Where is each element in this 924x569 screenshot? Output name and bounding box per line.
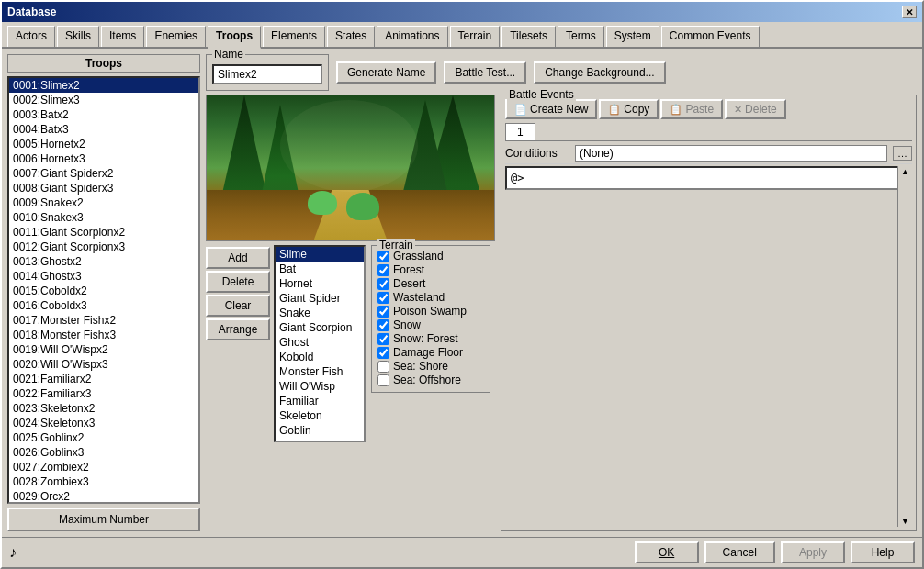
main-window: Database ✕ Actors Skills Items Enemies T… <box>0 0 924 569</box>
change-background-button[interactable]: Change Background... <box>534 61 665 84</box>
enemy-list-item[interactable]: Monster Fish <box>276 364 364 379</box>
be-tab-1[interactable]: 1 <box>505 123 535 140</box>
create-new-icon: 📄 <box>514 104 527 116</box>
terrain-checkbox[interactable] <box>377 319 389 331</box>
terrain-checkbox[interactable] <box>377 361 389 373</box>
paste-button[interactable]: 📋 Paste <box>660 99 723 119</box>
be-delete-button[interactable]: ✕ Delete <box>725 99 786 119</box>
arrange-button[interactable]: Arrange <box>206 318 270 340</box>
troops-list-item[interactable]: 0002:Slimex3 <box>9 93 198 107</box>
troops-list-item[interactable]: 0029:Orcx2 <box>9 489 198 504</box>
scroll-down-icon[interactable]: ▼ <box>901 517 909 526</box>
scroll-up-icon[interactable]: ▲ <box>901 167 909 176</box>
enemy-list-item[interactable]: Will O'Wisp <box>276 379 364 394</box>
enemy-list-item[interactable]: Slime <box>276 247 364 262</box>
max-number-button[interactable]: Maximum Number <box>7 508 200 531</box>
create-new-button[interactable]: 📄 Create New <box>505 99 597 119</box>
terrain-checkbox[interactable] <box>377 374 389 386</box>
generate-name-button[interactable]: Generate Name <box>336 61 436 84</box>
middle-area: Add Delete Clear Arrange SlimeBatHornetG… <box>206 95 917 531</box>
enemy-list-item[interactable]: Zombie <box>276 438 364 442</box>
troops-list-item[interactable]: 0009:Snakex2 <box>9 195 198 210</box>
tab-tilesets[interactable]: Tilesets <box>501 26 556 47</box>
light-glow <box>280 100 418 192</box>
enemy-list-item[interactable]: Giant Spider <box>276 291 364 306</box>
troops-list-item[interactable]: 0001:Slimex2 <box>9 78 198 93</box>
terrain-label: Terrain <box>377 239 415 251</box>
troops-list-item[interactable]: 0007:Giant Spiderx2 <box>9 166 198 181</box>
tab-animations[interactable]: Animations <box>377 26 447 47</box>
copy-button[interactable]: 📋 Copy <box>599 99 659 119</box>
apply-button[interactable]: Apply <box>781 541 845 563</box>
terrain-checkbox[interactable] <box>377 333 389 345</box>
tab-system[interactable]: System <box>606 26 659 47</box>
cancel-label: Cancel <box>723 546 757 559</box>
close-button[interactable]: ✕ <box>902 6 917 18</box>
tab-troops[interactable]: Troops <box>208 26 261 49</box>
terrain-checkbox[interactable] <box>377 264 389 276</box>
cancel-button[interactable]: Cancel <box>704 541 775 563</box>
troops-list-item[interactable]: 0020:Will O'Wispx3 <box>9 357 198 372</box>
enemy-list-item[interactable]: Kobold <box>276 350 364 364</box>
troops-list-item[interactable]: 0004:Batx3 <box>9 122 198 137</box>
troops-list-item[interactable]: 0014:Ghostx3 <box>9 269 198 284</box>
enemy-list-item[interactable]: Familiar <box>276 394 364 408</box>
enemy-list-item[interactable]: Hornet <box>276 276 364 291</box>
tab-enemies[interactable]: Enemies <box>146 26 206 47</box>
troops-list-item[interactable]: 0016:Coboldx3 <box>9 298 198 313</box>
add-button[interactable]: Add <box>206 247 270 269</box>
enemy-list[interactable]: SlimeBatHornetGiant SpiderSnakeGiant Sco… <box>274 245 366 442</box>
name-input[interactable] <box>212 64 322 84</box>
tab-elements[interactable]: Elements <box>263 26 325 47</box>
troops-list[interactable]: 0001:Slimex20002:Slimex30003:Batx20004:B… <box>7 76 200 504</box>
delete-button[interactable]: Delete <box>206 271 270 293</box>
conditions-edit-button[interactable]: … <box>893 146 912 161</box>
troops-list-item[interactable]: 0013:Ghostx2 <box>9 254 198 269</box>
troops-list-item[interactable]: 0010:Snakex3 <box>9 210 198 225</box>
troops-list-item[interactable]: 0022:Familiarx3 <box>9 386 198 401</box>
troops-list-item[interactable]: 0019:Will O'Wispx2 <box>9 342 198 357</box>
troops-list-item[interactable]: 0003:Batx2 <box>9 107 198 122</box>
tab-common-events[interactable]: Common Events <box>661 26 760 47</box>
help-button[interactable]: Help <box>851 541 915 563</box>
tab-actors[interactable]: Actors <box>7 26 55 47</box>
troops-list-item[interactable]: 0008:Giant Spiderx3 <box>9 181 198 195</box>
tab-terms[interactable]: Terms <box>558 26 604 47</box>
troops-list-item[interactable]: 0023:Skeletonx2 <box>9 401 198 416</box>
battle-events-label: Battle Events <box>507 88 576 101</box>
troops-list-item[interactable]: 0024:Skeletonx3 <box>9 416 198 430</box>
troops-list-item[interactable]: 0011:Giant Scorpionx2 <box>9 225 198 240</box>
tab-items[interactable]: Items <box>101 26 144 47</box>
terrain-checkbox[interactable] <box>377 347 389 359</box>
tab-skills[interactable]: Skills <box>57 26 99 47</box>
tab-terrain[interactable]: Terrain <box>450 26 501 47</box>
enemy-list-item[interactable]: Skeleton <box>276 408 364 423</box>
troops-list-item[interactable]: 0026:Goblinx3 <box>9 445 198 460</box>
troops-list-item[interactable]: 0027:Zombiex2 <box>9 460 198 474</box>
copy-label: Copy <box>624 103 649 116</box>
clear-button[interactable]: Clear <box>206 295 270 317</box>
troops-list-item[interactable]: 0017:Monster Fishx2 <box>9 313 198 328</box>
troops-list-item[interactable]: 0012:Giant Scorpionx3 <box>9 240 198 254</box>
terrain-checkbox[interactable] <box>377 306 389 318</box>
troops-list-item[interactable]: 0005:Hornetx2 <box>9 137 198 151</box>
terrain-checkbox[interactable] <box>377 251 389 262</box>
enemy-list-item[interactable]: Bat <box>276 262 364 276</box>
ok-button[interactable]: OK <box>635 541 699 563</box>
enemy-list-item[interactable]: Snake <box>276 306 364 320</box>
troops-list-item[interactable]: 0006:Hornetx3 <box>9 151 198 166</box>
troops-list-item[interactable]: 0015:Coboldx2 <box>9 284 198 298</box>
terrain-checkbox[interactable] <box>377 292 389 304</box>
troops-list-item[interactable]: 0021:Familiarx2 <box>9 372 198 386</box>
scrollbar[interactable]: ▲ ▼ <box>897 166 912 527</box>
script-area[interactable]: @> <box>505 166 912 190</box>
tab-states[interactable]: States <box>327 26 375 47</box>
troops-list-item[interactable]: 0018:Monster Fishx3 <box>9 328 198 342</box>
enemy-list-item[interactable]: Goblin <box>276 423 364 438</box>
troops-list-item[interactable]: 0025:Goblinx2 <box>9 430 198 445</box>
battle-test-button[interactable]: Battle Test... <box>444 61 526 84</box>
enemy-list-item[interactable]: Ghost <box>276 335 364 350</box>
troops-list-item[interactable]: 0028:Zombiex3 <box>9 474 198 489</box>
enemy-list-item[interactable]: Giant Scorpion <box>276 320 364 335</box>
terrain-checkbox[interactable] <box>377 278 389 290</box>
